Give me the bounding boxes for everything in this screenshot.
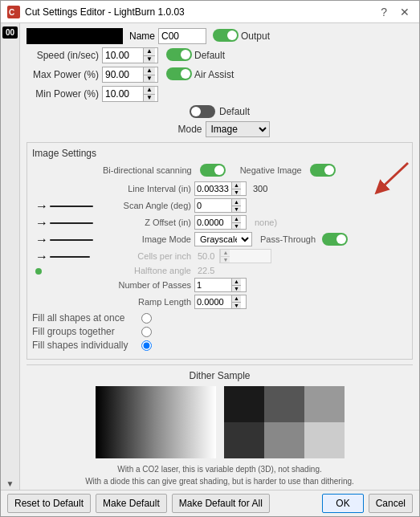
z-offset-arrows: ▲ ▼ [231,216,241,229]
scan-line-3 [50,239,93,241]
max-power-arrows: ▲ ▼ [143,67,155,82]
scan-angle-down[interactable]: ▼ [232,206,241,213]
passes-row: Number of Passes ▲ ▼ [103,278,407,292]
scroll-down-icon[interactable]: ▼ [6,479,14,488]
default-dark-toggle[interactable] [190,105,215,118]
arrow-right-icon-4: → [35,250,48,264]
z-offset-spinbox[interactable]: ▲ ▼ [194,215,247,230]
max-power-label: Max Power (%) [27,69,99,80]
z-offset-up[interactable]: ▲ [232,216,241,223]
air-assist-toggle[interactable] [166,67,192,80]
speed-input[interactable] [103,49,143,62]
cancel-button[interactable]: Cancel [369,494,413,513]
min-power-arrows: ▲ ▼ [143,87,155,101]
scan-line-4 [50,256,90,258]
line-interval-up[interactable]: ▲ [232,182,241,189]
speed-row: Speed (in/sec) ▲ ▼ Default [27,47,413,63]
ramp-length-label: Ramp Length [103,297,191,307]
halftone-angle-label: Halftone angle [103,266,191,275]
line-interval-row: Line Interval (in) ▲ ▼ 300 [103,181,407,196]
scan-row-3: → [35,233,93,247]
mode-label: Mode [170,124,202,135]
close-button[interactable]: ✕ [397,6,413,18]
mode-select[interactable]: Image [206,121,270,137]
min-power-down[interactable]: ▼ [144,95,155,102]
scan-angle-spinbox[interactable]: ▲ ▼ [194,198,247,213]
ramp-up[interactable]: ▲ [232,295,241,303]
bi-directional-toggle[interactable] [200,164,226,177]
line-interval-spinbox[interactable]: ▲ ▼ [194,181,247,196]
speed-down[interactable]: ▼ [144,56,155,63]
passes-up[interactable]: ▲ [232,279,241,286]
mode-row: Mode Image [27,121,413,137]
min-power-spinbox[interactable]: ▲ ▼ [102,86,158,102]
default-label-1: Default [194,50,225,61]
min-power-label: Min Power (%) [27,88,99,100]
ramp-input[interactable] [195,296,231,307]
color-swatch[interactable] [27,28,123,44]
image-mode-label: Image Mode [103,234,191,244]
negative-image-toggle[interactable] [310,164,336,177]
cells-spinbox: ▲ ▼ [219,249,271,263]
arrow-right-icon-2: → [35,216,48,230]
speed-spinbox[interactable]: ▲ ▼ [102,47,158,63]
cells-per-inch-value: 50.0 [198,251,214,261]
ramp-down[interactable]: ▼ [232,303,241,309]
ok-button[interactable]: OK [322,494,363,513]
scan-angle-input[interactable] [195,200,231,211]
z-offset-input[interactable] [195,217,231,228]
reset-button[interactable]: Reset to Default [7,494,91,513]
scan-dot [35,268,42,275]
dither-block-sample [224,386,345,458]
fill-individually-radio[interactable] [141,340,152,351]
line-interval-extra: 300 [253,184,277,193]
layer-number[interactable]: 00 [2,26,18,39]
image-mode-select[interactable]: Grayscale [194,232,252,246]
output-label: Output [241,31,270,42]
bi-directional-label: Bi-directional scanning [103,165,192,175]
passes-spinbox[interactable]: ▲ ▼ [194,278,247,292]
air-assist-label: Air Assist [194,69,234,80]
passes-down[interactable]: ▼ [232,286,241,292]
ramp-length-row: Ramp Length ▲ ▼ [103,295,407,309]
min-power-input[interactable] [103,88,143,100]
dither-block-6 [304,422,345,458]
make-default-all-button[interactable]: Make Default for All [172,494,270,513]
name-input[interactable] [158,28,206,44]
z-offset-down[interactable]: ▼ [232,223,241,230]
dither-block-3 [304,386,345,422]
halftone-angle-row: Halftone angle 22.5 [103,266,407,275]
pass-through-toggle[interactable] [322,233,348,246]
name-row: Name Output [27,28,413,44]
help-button[interactable]: ? [377,6,390,18]
main-panel: Name Output Speed (in/sec) ▲ ▼ D [20,23,419,490]
cells-up: ▲ [221,250,230,257]
bi-directional-row: Bi-directional scanning Negative Image [103,164,407,177]
make-default-button[interactable]: Make Default [96,494,167,513]
name-label: Name [129,31,155,42]
dither-block-5 [264,422,304,458]
line-interval-down[interactable]: ▼ [232,189,241,196]
fill-all-radio[interactable] [141,313,152,324]
scan-row-2: → [35,216,93,230]
passes-input[interactable] [195,279,231,291]
z-offset-row: Z Offset (in) ▲ ▼ none) [103,215,407,230]
ramp-spinbox[interactable]: ▲ ▼ [194,295,247,309]
output-toggle[interactable] [213,29,239,42]
default-toggle[interactable] [166,48,192,61]
scan-angle-row: Scan Angle (deg) ▲ ▼ [103,198,407,213]
fill-groups-radio[interactable] [141,327,152,337]
max-power-down[interactable]: ▼ [144,75,155,83]
z-offset-label: Z Offset (in) [103,218,191,227]
dither-section: Dither Sample With a CO2 laser [27,364,413,487]
fill-groups-row: Fill groups together [32,326,407,337]
line-interval-input[interactable] [195,183,231,194]
cells-per-inch-row: Cells per inch 50.0 ▲ ▼ [103,249,407,263]
max-power-spinbox[interactable]: ▲ ▼ [102,67,158,83]
scan-angle-up[interactable]: ▲ [232,199,241,206]
max-power-input[interactable] [103,68,143,81]
fill-options: Fill all shapes at once Fill groups toge… [32,312,407,351]
line-interval-label: Line Interval (in) [103,184,191,193]
dither-note-line2: With a diode this can give great shading… [85,477,354,486]
fill-all-label: Fill all shapes at once [32,312,137,324]
